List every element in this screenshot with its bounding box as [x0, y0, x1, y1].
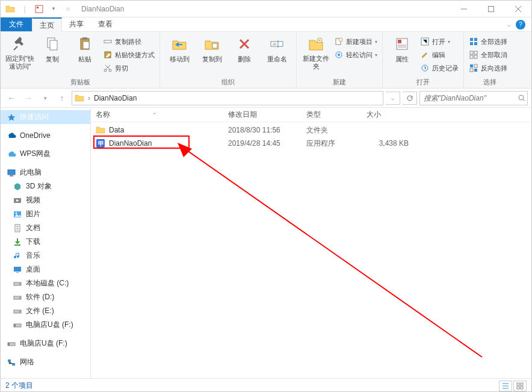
- select-all-icon: [469, 37, 478, 46]
- new-item-button[interactable]: 新建项目 ▾: [334, 36, 377, 48]
- delete-icon: [235, 34, 254, 54]
- copy-to-icon: [202, 34, 221, 54]
- file-row-diannaodian[interactable]: 甲 DianNaoDian 2019/4/28 14:45 应用程序 3,438…: [91, 137, 531, 150]
- help-icon[interactable]: ?: [516, 20, 525, 30]
- maximize-button[interactable]: [477, 1, 504, 17]
- sidebar-soft-d[interactable]: 软件 (D:): [1, 290, 90, 304]
- pin-label: 固定到"快速访问": [5, 55, 34, 70]
- search-input[interactable]: [424, 94, 515, 102]
- sidebar-downloads[interactable]: 下载: [1, 235, 90, 249]
- sidebar-docs-e[interactable]: 文件 (E:): [1, 304, 90, 318]
- svg-rect-21: [398, 40, 401, 43]
- copy-button[interactable]: 复制: [38, 34, 67, 64]
- history-button[interactable]: 历史记录: [420, 62, 459, 74]
- edit-button[interactable]: 编辑: [420, 49, 459, 61]
- details-view-button[interactable]: [499, 381, 512, 391]
- invert-selection-button[interactable]: 反向选择: [469, 62, 511, 74]
- cut-button[interactable]: 剪切: [103, 62, 155, 74]
- svg-rect-33: [474, 64, 477, 67]
- col-type[interactable]: 类型: [306, 110, 367, 120]
- col-date[interactable]: 修改日期: [228, 110, 306, 120]
- svg-rect-43: [14, 244, 20, 246]
- col-size[interactable]: 大小: [367, 110, 415, 120]
- view-tab[interactable]: 查看: [91, 17, 120, 31]
- home-tab[interactable]: 主页: [32, 17, 62, 32]
- video-icon: [13, 196, 22, 205]
- copy-label: 复制: [46, 55, 59, 64]
- sidebar-network[interactable]: 网络: [1, 355, 90, 369]
- breadcrumb-current[interactable]: DianNaoDian: [94, 94, 137, 102]
- icons-view-button[interactable]: [513, 381, 527, 391]
- qat-properties-icon[interactable]: [33, 3, 45, 15]
- file-tab[interactable]: 文件: [1, 17, 32, 31]
- search-icon[interactable]: [518, 95, 525, 102]
- properties-button[interactable]: 属性: [388, 34, 416, 64]
- sidebar-documents[interactable]: 文档: [1, 221, 90, 235]
- rename-icon: ab: [267, 34, 286, 54]
- path-icon: [103, 37, 113, 46]
- address-dropdown[interactable]: ⌵: [386, 92, 400, 105]
- sidebar-music[interactable]: 音乐: [1, 249, 90, 263]
- sidebar-desktop[interactable]: 桌面: [1, 263, 90, 276]
- column-headers[interactable]: 名称 ⌃ 修改日期 类型 大小: [91, 108, 531, 122]
- sort-indicator: ⌃: [152, 112, 157, 118]
- sidebar-videos[interactable]: 视频: [1, 193, 90, 207]
- qat-divider: |: [19, 3, 31, 15]
- svg-point-36: [519, 95, 524, 100]
- recent-dropdown[interactable]: ▾: [38, 91, 52, 105]
- forward-button[interactable]: →: [21, 91, 36, 105]
- pin-quick-access-button[interactable]: 固定到"快速访问": [5, 34, 34, 70]
- ribbon-collapse-icon[interactable]: ⌵: [507, 21, 511, 28]
- address-bar[interactable]: › DianNaoDian: [72, 91, 383, 105]
- qat-separator: =: [62, 3, 74, 15]
- sidebar-onedrive[interactable]: OneDrive: [1, 129, 90, 142]
- svg-point-51: [19, 311, 20, 312]
- paste-button[interactable]: 粘贴: [70, 34, 99, 64]
- sidebar-this-pc[interactable]: 此电脑: [1, 166, 90, 179]
- qat-dropdown-icon[interactable]: ▼: [48, 3, 60, 15]
- rename-button[interactable]: ab 重命名: [262, 34, 291, 64]
- 3d-icon: [13, 182, 22, 191]
- sidebar-usb-f[interactable]: 电脑店U盘 (F:): [1, 318, 90, 332]
- sidebar-usb-f2[interactable]: 电脑店U盘 (F:): [1, 337, 90, 350]
- share-tab[interactable]: 共享: [62, 17, 91, 31]
- sidebar-3d[interactable]: 3D 对象: [1, 179, 90, 193]
- svg-rect-62: [517, 383, 519, 385]
- move-to-button[interactable]: 移动到: [165, 34, 194, 64]
- shortcut-icon: [103, 50, 113, 60]
- svg-rect-44: [14, 267, 21, 272]
- copy-to-button[interactable]: 复制到: [197, 34, 226, 64]
- back-button[interactable]: ←: [4, 91, 19, 105]
- sidebar-local-c[interactable]: 本地磁盘 (C:): [1, 276, 90, 290]
- sidebar-pictures[interactable]: 图片: [1, 207, 90, 221]
- pin-icon: [10, 34, 29, 54]
- col-name[interactable]: 名称: [96, 110, 110, 120]
- paste-shortcut-button[interactable]: 粘贴快捷方式: [103, 49, 155, 61]
- svg-point-49: [19, 297, 20, 298]
- sidebar-quick-access[interactable]: 快速访问: [1, 110, 90, 124]
- delete-button[interactable]: 删除: [230, 34, 259, 64]
- sidebar-wps[interactable]: WPS网盘: [1, 147, 90, 161]
- refresh-button[interactable]: [403, 92, 417, 105]
- select-none-button[interactable]: 全部取消: [469, 49, 511, 61]
- minimize-button[interactable]: [450, 1, 477, 17]
- up-button[interactable]: ↑: [55, 91, 69, 105]
- svg-rect-35: [474, 69, 477, 72]
- invert-icon: [469, 63, 478, 73]
- onedrive-icon: [7, 131, 16, 140]
- open-button[interactable]: 打开 ▾: [420, 36, 459, 48]
- open-icon: [420, 37, 430, 46]
- new-folder-button[interactable]: 新建文件夹: [302, 34, 330, 70]
- copy-path-button[interactable]: 复制路径: [103, 36, 155, 48]
- close-button[interactable]: [504, 1, 531, 17]
- easy-access-icon: [334, 50, 344, 60]
- file-row-data[interactable]: Data 2018/8/30 11:56 文件夹: [91, 123, 531, 137]
- svg-rect-27: [474, 42, 477, 45]
- svg-line-60: [181, 146, 482, 357]
- pc-icon: [7, 168, 16, 178]
- folder-icon: [96, 125, 105, 135]
- search-box[interactable]: [419, 91, 528, 105]
- easy-access-button[interactable]: 轻松访问 ▾: [334, 49, 377, 61]
- open-group-label: 打开: [416, 78, 430, 87]
- select-all-button[interactable]: 全部选择: [469, 36, 511, 48]
